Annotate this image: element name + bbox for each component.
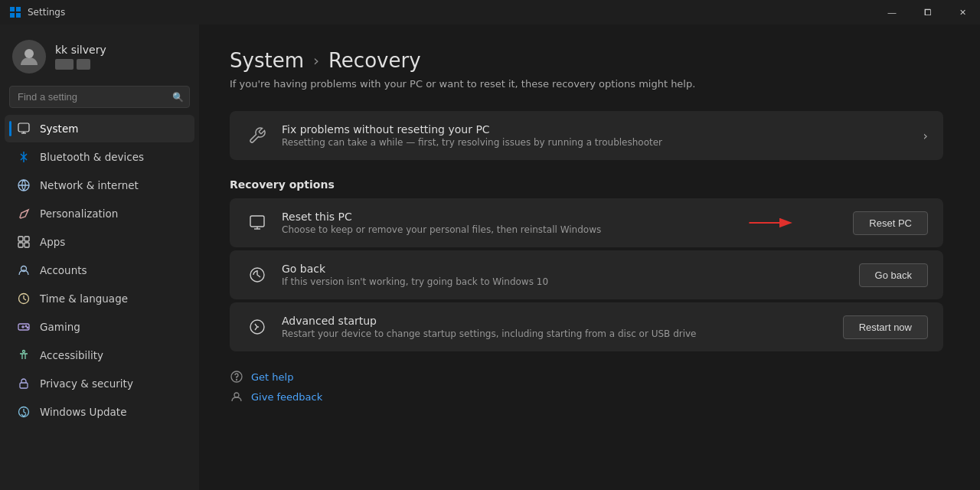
sidebar-item-accessibility[interactable]: Accessibility — [5, 341, 194, 369]
goback-text: Go back If this version isn't working, t… — [282, 263, 847, 287]
option-card-reset: Reset this PC Choose to keep or remove y… — [230, 198, 943, 247]
svg-point-19 — [27, 327, 28, 328]
get-help-label: Get help — [251, 371, 293, 383]
options-list: Reset this PC Choose to keep or remove y… — [230, 198, 943, 351]
recovery-options-label: Recovery options — [230, 178, 943, 191]
svg-rect-9 — [18, 237, 23, 241]
badge-2 — [77, 59, 90, 70]
reset-title: Reset this PC — [282, 211, 841, 223]
svg-rect-12 — [24, 243, 29, 247]
svg-rect-3 — [16, 13, 21, 18]
user-badges — [55, 59, 187, 70]
fix-text: Fix problems without resetting your PC R… — [282, 123, 911, 148]
help-link-get-help[interactable]: Get help — [230, 370, 943, 384]
svg-rect-11 — [18, 243, 23, 247]
badge-1 — [55, 59, 74, 70]
network-icon — [17, 178, 31, 192]
get-help-icon — [230, 370, 243, 384]
svg-point-32 — [234, 393, 239, 397]
breadcrumb-current: Recovery — [328, 49, 421, 72]
fix-problems-card[interactable]: Fix problems without resetting your PC R… — [230, 111, 943, 160]
sidebar-item-bluetooth[interactable]: Bluetooth & devices — [5, 143, 194, 171]
sidebar-item-time[interactable]: Time & language — [5, 285, 194, 312]
sidebar-item-system[interactable]: System — [5, 115, 194, 142]
personalization-icon — [17, 207, 31, 220]
user-section: kk silvery — [0, 24, 199, 86]
help-links: Get help Give feedback — [230, 370, 943, 403]
system-icon — [17, 122, 31, 136]
user-name: kk silvery — [55, 44, 187, 56]
minimize-button[interactable]: — — [874, 0, 910, 24]
sidebar-item-label: Windows Update — [40, 406, 126, 418]
sidebar: kk silvery 🔍 System Bluetooth & devices … — [0, 24, 199, 490]
bluetooth-icon — [17, 150, 31, 164]
goback-desc: If this version isn't working, try going… — [282, 276, 847, 287]
svg-rect-23 — [250, 216, 264, 227]
app-title: Settings — [28, 7, 65, 18]
sidebar-item-label: Time & language — [40, 292, 128, 305]
close-button[interactable]: ✕ — [945, 0, 980, 24]
sidebar-item-gaming[interactable]: Gaming — [5, 313, 194, 341]
page-subtitle: If you're having problems with your PC o… — [230, 78, 943, 90]
search-input[interactable] — [9, 86, 190, 108]
advanced-title: Advanced startup — [282, 315, 831, 327]
sidebar-item-network[interactable]: Network & internet — [5, 172, 194, 199]
page-header: System › Recovery — [230, 49, 943, 72]
give-feedback-label: Give feedback — [251, 391, 322, 403]
sidebar-item-label: Personalization — [40, 207, 118, 220]
svg-rect-1 — [16, 7, 21, 11]
avatar — [12, 40, 46, 74]
advanced-text: Advanced startup Restart your device to … — [282, 315, 831, 339]
give-feedback-icon — [230, 390, 243, 403]
sidebar-item-label: Gaming — [40, 321, 80, 333]
app-body: kk silvery 🔍 System Bluetooth & devices … — [0, 24, 980, 490]
sidebar-item-label: Network & internet — [40, 179, 139, 191]
reset-button[interactable]: Reset PC — [853, 211, 928, 235]
breadcrumb-separator: › — [313, 51, 319, 70]
fix-chevron: › — [923, 129, 928, 143]
sidebar-item-accounts[interactable]: Accounts — [5, 256, 194, 284]
nav-list: System Bluetooth & devices Network & int… — [0, 114, 199, 426]
accounts-icon — [17, 263, 31, 277]
maximize-button[interactable]: ⧠ — [910, 0, 945, 24]
window-controls: — ⧠ ✕ — [874, 0, 980, 24]
sidebar-item-update[interactable]: Windows Update — [5, 398, 194, 426]
svg-point-20 — [23, 351, 25, 353]
reset-desc: Choose to keep or remove your personal f… — [282, 224, 841, 235]
goback-icon — [245, 263, 270, 287]
sidebar-item-label: System — [40, 122, 78, 135]
svg-rect-0 — [10, 7, 15, 11]
fix-title: Fix problems without resetting your PC — [282, 123, 911, 136]
advanced-desc: Restart your device to change startup se… — [282, 328, 831, 339]
time-icon — [17, 292, 31, 305]
advanced-button[interactable]: Restart now — [843, 315, 928, 339]
main-content: System › Recovery If you're having probl… — [199, 24, 980, 490]
sidebar-item-personalization[interactable]: Personalization — [5, 200, 194, 227]
svg-rect-21 — [20, 383, 28, 388]
reset-text: Reset this PC Choose to keep or remove y… — [282, 211, 841, 235]
apps-icon — [17, 235, 31, 249]
gaming-icon — [17, 320, 31, 334]
sidebar-item-label: Bluetooth & devices — [40, 151, 144, 163]
titlebar: Settings — ⧠ ✕ — [0, 0, 980, 24]
option-card-goback: Go back If this version isn't working, t… — [230, 250, 943, 299]
fix-desc: Resetting can take a while — first, try … — [282, 137, 911, 148]
breadcrumb-parent: System — [230, 49, 304, 72]
svg-point-18 — [25, 325, 27, 327]
goback-button[interactable]: Go back — [859, 263, 928, 287]
sidebar-item-apps[interactable]: Apps — [5, 228, 194, 256]
goback-title: Go back — [282, 263, 847, 275]
svg-rect-2 — [10, 13, 15, 18]
sidebar-item-privacy[interactable]: Privacy & security — [5, 370, 194, 397]
svg-rect-10 — [24, 237, 29, 241]
sidebar-item-label: Apps — [40, 236, 65, 248]
option-card-advanced: Advanced startup Restart your device to … — [230, 302, 943, 351]
svg-rect-5 — [18, 123, 29, 132]
sidebar-item-label: Privacy & security — [40, 377, 133, 390]
fix-icon — [245, 123, 270, 148]
help-link-give-feedback[interactable]: Give feedback — [230, 390, 943, 403]
sidebar-item-label: Accessibility — [40, 349, 103, 361]
sidebar-item-label: Accounts — [40, 264, 87, 276]
svg-point-4 — [24, 49, 34, 58]
search-icon: 🔍 — [172, 92, 184, 103]
